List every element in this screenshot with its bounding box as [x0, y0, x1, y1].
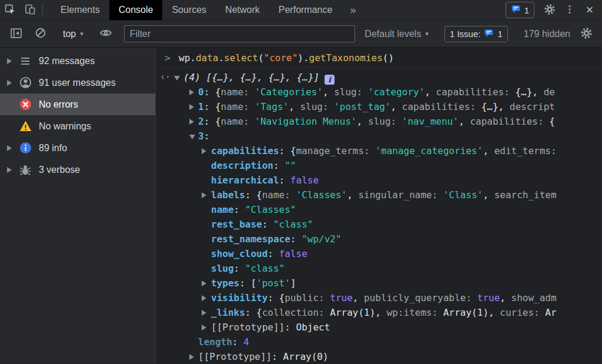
collapse-arrow-icon[interactable] — [189, 135, 195, 139]
issues-counter[interactable]: 1 — [506, 2, 534, 18]
sidebar-item-user-messages[interactable]: 91 user messages — [0, 72, 155, 93]
clear-console-button[interactable] — [31, 27, 51, 41]
token-key: 0 — [198, 86, 204, 98]
console-tree-row[interactable]: labels: {name: 'Classes', singular_name:… — [156, 188, 602, 202]
token-plain: {…} — [515, 86, 532, 98]
token-plain: , — [489, 307, 500, 318]
sidebar-item-info[interactable]: 89 info — [0, 137, 155, 159]
device-toolbar-button[interactable] — [20, 0, 40, 20]
expand-arrow-icon[interactable] — [7, 167, 15, 173]
tab-performance[interactable]: Performance — [269, 0, 342, 20]
divider — [42, 4, 43, 16]
console-tree-row[interactable]: visibility: {public: true, publicly_quer… — [156, 290, 602, 305]
expand-arrow-icon[interactable] — [189, 89, 194, 95]
console-tree-row[interactable]: _links: {collection: Array(1), wp:items:… — [156, 305, 602, 320]
tab-elements[interactable]: Elements — [51, 0, 109, 20]
token-dimkey: length — [198, 336, 232, 348]
console-tree-row[interactable]: 1: {name: 'Tags', slug: 'post_tag', capa… — [156, 99, 602, 114]
info-icon — [19, 142, 32, 155]
token-plain: : — [267, 292, 279, 303]
console-tree-row: hierarchical: false — [156, 173, 602, 188]
expand-arrow-icon[interactable] — [202, 310, 206, 316]
token-key: rest_base — [211, 219, 262, 230]
console-tree-row[interactable]: capabilities: {manage_terms: 'manage_cat… — [156, 143, 602, 158]
expand-arrow-icon[interactable] — [7, 58, 15, 64]
tab-console[interactable]: Console — [109, 0, 163, 20]
collapse-arrow-icon[interactable] — [174, 76, 180, 81]
tab-sources[interactable]: Sources — [162, 0, 216, 20]
token-plain: , — [500, 292, 511, 303]
token-plain: wp — [179, 52, 190, 64]
console-tree-row: name: "Classes" — [156, 202, 602, 217]
issue-count: 1 — [497, 29, 502, 39]
token-gray: capabilities: — [436, 86, 516, 98]
console-sidebar-toggle-button[interactable] — [6, 27, 26, 41]
expand-arrow-icon[interactable] — [202, 192, 206, 198]
sidebar-item-verbose[interactable]: 3 verbose — [0, 159, 155, 181]
token-gray: manage_terms: — [296, 145, 376, 156]
info-badge-icon[interactable]: i — [325, 75, 335, 85]
more-options-button[interactable] — [560, 4, 580, 16]
expand-arrow-icon[interactable] — [189, 354, 194, 360]
token-plain: ) — [297, 52, 303, 64]
token-plain: : — [290, 233, 302, 245]
expand-arrow-icon[interactable] — [202, 295, 206, 301]
console-tree-row[interactable]: [[Prototype]]: Object — [156, 320, 602, 335]
token-plain: : — [262, 219, 273, 230]
token-plain: { — [290, 145, 296, 156]
console-row-text: rest_base: "class" — [156, 217, 313, 232]
settings-button[interactable] — [540, 4, 560, 17]
tab-network[interactable]: Network — [216, 0, 269, 20]
expand-arrow-icon[interactable] — [189, 119, 194, 125]
live-expression-button[interactable] — [96, 26, 116, 41]
bug-icon — [19, 163, 32, 176]
console-tree-row[interactable]: [[Prototype]]: Array(0) — [156, 349, 602, 363]
console-result-row[interactable]: ‹·(4) [{…}, {…}, {…}, {…}]i — [156, 70, 602, 85]
sidebar-item-label: No warnings — [39, 121, 91, 132]
token-str: 'post' — [256, 278, 290, 289]
console-settings-button[interactable] — [576, 27, 596, 41]
token-str: "wp/v2" — [302, 233, 341, 245]
console-row-text: name: "Classes" — [156, 202, 296, 217]
device-toolbar-icon — [24, 4, 36, 17]
token-bool: false — [279, 248, 307, 259]
console-tree-row[interactable]: 0: {name: 'Categories', slug: 'category'… — [156, 85, 602, 99]
token-plain: : — [279, 175, 290, 186]
devtools-tab-bar: ElementsConsoleSourcesNetworkPerformance… — [0, 0, 602, 21]
sidebar-item-warnings[interactable]: No warnings — [0, 115, 155, 137]
console-tree-row[interactable]: 3: — [156, 129, 602, 143]
log-levels-select[interactable]: Default levels ▾ — [364, 29, 429, 39]
inspect-element-button[interactable] — [0, 0, 20, 20]
token-bool: false — [290, 175, 319, 186]
token-plain: ] — [290, 278, 296, 289]
chevron-down-icon: ▾ — [80, 30, 83, 38]
console-row-text: [[Prototype]]: Object — [156, 320, 330, 335]
token-plain: , — [289, 101, 300, 112]
user-icon — [19, 76, 32, 89]
token-plain: , — [357, 116, 368, 127]
javascript-context-select[interactable]: top ▾ — [59, 29, 87, 39]
console-tree-row[interactable]: types: ['post'] — [156, 276, 602, 290]
close-devtools-button[interactable]: × — [580, 4, 600, 16]
issue-counter[interactable]: 1 Issue: 1 — [444, 26, 508, 42]
expand-arrow-icon[interactable] — [202, 325, 206, 330]
expand-arrow-icon[interactable] — [189, 104, 194, 110]
console-tree-row: rest_base: "class" — [156, 217, 602, 232]
more-tabs-button[interactable]: » — [342, 0, 364, 20]
token-num: 4 — [243, 336, 249, 348]
sidebar-item-messages[interactable]: 92 messages — [0, 50, 155, 72]
expand-arrow-icon[interactable] — [202, 148, 206, 154]
filter-input[interactable] — [124, 25, 356, 42]
token-plain: : — [232, 336, 243, 348]
token-str: 'post_tag' — [334, 101, 390, 112]
token-plain: : — [234, 263, 245, 274]
console-row-text: description: "" — [156, 158, 296, 173]
expand-arrow-icon[interactable] — [7, 145, 15, 151]
token-plain: () — [383, 52, 394, 64]
console-tree-row[interactable]: 2: {name: 'Navigation Menus', slug: 'nav… — [156, 114, 602, 129]
token-str: 'Categories' — [255, 86, 323, 98]
expand-arrow-icon[interactable] — [202, 280, 206, 286]
expand-arrow-icon[interactable] — [7, 80, 15, 86]
token-str: 'Tags' — [255, 101, 289, 112]
sidebar-item-errors[interactable]: No errors — [0, 93, 155, 115]
